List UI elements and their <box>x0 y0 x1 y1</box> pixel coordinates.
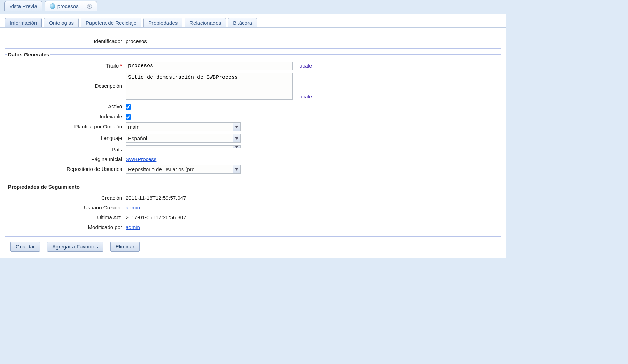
fieldset-seguimiento: Propiedades de Seguimiento Creación 2011… <box>5 184 501 237</box>
descripcion-locale-link[interactable]: locale <box>298 93 312 100</box>
chevron-down-icon <box>233 134 240 142</box>
chevron-down-icon <box>233 165 240 173</box>
lenguaje-value: Español <box>126 134 233 142</box>
ultima-act-value: 2017-01-05T12:26:56.307 <box>126 213 186 220</box>
titulo-locale-link[interactable]: locale <box>298 62 312 69</box>
button-row: Guardar Agregar a Favoritos Eliminar <box>5 240 501 253</box>
descripcion-label: Descripción <box>11 73 122 89</box>
eliminar-button[interactable]: Eliminar <box>110 242 140 252</box>
modificado-por-label: Modificado por <box>11 223 122 230</box>
form-container: Identificador procesos Datos Generales T… <box>0 28 506 258</box>
inner-tab-bar: Información Ontologias Papelera de Recic… <box>0 14 506 28</box>
chevron-down-icon <box>233 146 240 148</box>
content-panel: Información Ontologias Papelera de Recic… <box>0 14 506 258</box>
plantilla-value: main <box>126 123 233 131</box>
creacion-label: Creación <box>11 194 122 201</box>
tab-papelera[interactable]: Papelera de Reciclaje <box>81 18 141 27</box>
favoritos-button[interactable]: Agregar a Favoritos <box>47 242 103 252</box>
tab-procesos[interactable]: procesos × <box>45 1 97 11</box>
modificado-por-link[interactable]: admin <box>126 223 140 230</box>
pais-value <box>126 146 233 148</box>
top-tab-bar: Vista Previa procesos × <box>0 0 506 11</box>
activo-checkbox[interactable] <box>126 104 131 110</box>
legend-datos-generales: Datos Generales <box>7 52 50 57</box>
pais-label: País <box>11 145 122 152</box>
tab-vista-previa-label: Vista Previa <box>9 3 37 9</box>
identificador-box: Identificador procesos <box>5 33 501 49</box>
pagina-inicial-label: Página Inicial <box>11 155 122 162</box>
legend-seguimiento: Propiedades de Seguimiento <box>7 184 80 190</box>
plantilla-select[interactable]: main <box>126 122 241 131</box>
tab-relacionados[interactable]: Relacionados <box>185 18 226 27</box>
tab-informacion[interactable]: Información <box>5 18 42 27</box>
tab-vista-previa[interactable]: Vista Previa <box>4 1 42 11</box>
pais-select[interactable] <box>126 145 241 148</box>
identificador-label: Identificador <box>11 37 122 44</box>
ultima-act-label: Última Act. <box>11 213 122 220</box>
repositorio-select[interactable]: Repositorio de Usuarios (prc <box>126 165 241 174</box>
close-icon[interactable]: × <box>87 4 92 9</box>
creacion-value: 2011-11-16T12:59:57.047 <box>126 194 186 201</box>
titulo-input[interactable] <box>126 62 293 70</box>
repositorio-label: Repositorio de Usuarios <box>11 165 122 172</box>
tab-procesos-label: procesos <box>57 3 79 9</box>
pagina-inicial-link[interactable]: SWBProcess <box>126 155 156 162</box>
tab-bitacora[interactable]: Bitácora <box>228 18 257 27</box>
lenguaje-select[interactable]: Español <box>126 134 241 143</box>
repositorio-value: Repositorio de Usuarios (prc <box>126 165 233 173</box>
lenguaje-label: Lenguaje <box>11 134 122 141</box>
plantilla-label: Plantilla por Omisión <box>11 122 122 129</box>
chevron-down-icon <box>233 123 240 131</box>
globe-icon <box>50 3 55 9</box>
descripcion-textarea[interactable]: Sitio de demostración de SWBProcess <box>126 73 293 100</box>
indexable-label: Indexable <box>11 112 122 119</box>
indexable-checkbox[interactable] <box>126 114 131 120</box>
activo-label: Activo <box>11 102 122 109</box>
guardar-button[interactable]: Guardar <box>10 242 40 252</box>
tab-ontologias[interactable]: Ontologias <box>44 18 79 27</box>
fieldset-datos-generales: Datos Generales Título * locale Descripc… <box>5 52 501 180</box>
usuario-creador-link[interactable]: admin <box>126 204 140 211</box>
tab-propiedades[interactable]: Propiedades <box>143 18 182 27</box>
titulo-label: Título * <box>11 62 122 69</box>
identificador-value: procesos <box>126 37 147 44</box>
usuario-creador-label: Usuario Creador <box>11 204 122 211</box>
